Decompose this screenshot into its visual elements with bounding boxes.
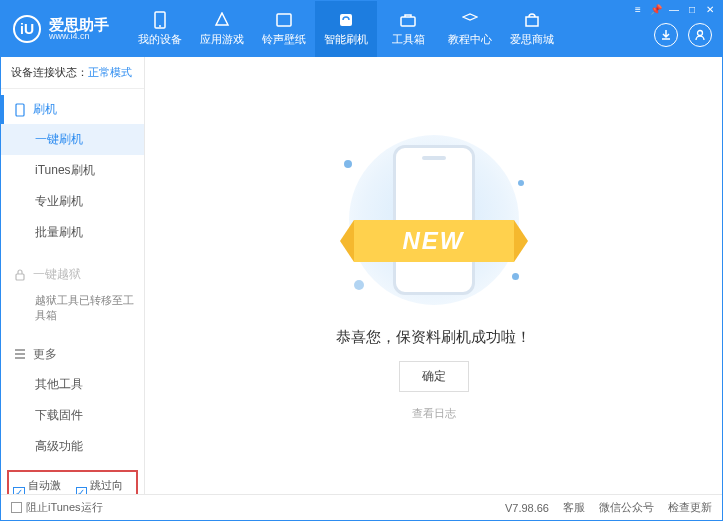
svg-rect-2 xyxy=(277,14,291,26)
main-nav: 我的设备 应用游戏 铃声壁纸 智能刷机 工具箱 教程中心 xyxy=(129,1,563,57)
nav-label: 我的设备 xyxy=(138,32,182,47)
close-icon[interactable]: ✕ xyxy=(702,3,718,15)
store-icon xyxy=(523,11,541,29)
sidebar-item-oneclick[interactable]: 一键刷机 xyxy=(1,124,144,155)
service-link[interactable]: 客服 xyxy=(563,500,585,515)
nav-tutorial[interactable]: 教程中心 xyxy=(439,1,501,57)
connection-status: 设备连接状态：正常模式 xyxy=(1,57,144,89)
menu-icon[interactable]: ≡ xyxy=(630,3,646,15)
svg-rect-3 xyxy=(340,14,352,26)
sidebar-item-download[interactable]: 下载固件 xyxy=(1,400,144,431)
phone-icon xyxy=(151,11,169,29)
nav-label: 铃声壁纸 xyxy=(262,32,306,47)
header: iU 爱思助手 www.i4.cn 我的设备 应用游戏 铃声壁纸 智能刷机 xyxy=(1,1,722,57)
sidebar-item-other[interactable]: 其他工具 xyxy=(1,369,144,400)
block-itunes-checkbox[interactable]: 阻止iTunes运行 xyxy=(11,500,103,515)
nav-apps[interactable]: 应用游戏 xyxy=(191,1,253,57)
jailbreak-note: 越狱工具已转移至工具箱 xyxy=(1,289,144,328)
section-label: 更多 xyxy=(33,346,57,363)
checkbox-icon: ✓ xyxy=(76,487,88,494)
confirm-button[interactable]: 确定 xyxy=(399,361,469,392)
app-title: 爱思助手 xyxy=(49,17,109,32)
nav-store[interactable]: 爱思商城 xyxy=(501,1,563,57)
phone-icon xyxy=(13,103,27,117)
sidebar-item-advanced[interactable]: 高级功能 xyxy=(1,431,144,462)
section-label: 一键越狱 xyxy=(33,266,81,283)
nav-my-device[interactable]: 我的设备 xyxy=(129,1,191,57)
checkbox-icon: ✓ xyxy=(13,487,25,494)
nav-label: 智能刷机 xyxy=(324,32,368,47)
tutorial-icon xyxy=(461,11,479,29)
wallpaper-icon xyxy=(275,11,293,29)
checkbox-label: 阻止iTunes运行 xyxy=(26,500,103,515)
toolbox-icon xyxy=(399,11,417,29)
sidebar-item-itunes[interactable]: iTunes刷机 xyxy=(1,155,144,186)
nav-label: 爱思商城 xyxy=(510,32,554,47)
nav-label: 工具箱 xyxy=(392,32,425,47)
options-row: ✓ 自动激活 ✓ 跳过向导 xyxy=(7,470,138,494)
pin-icon[interactable]: 📌 xyxy=(648,3,664,15)
sidebar-item-batch[interactable]: 批量刷机 xyxy=(1,217,144,248)
download-button[interactable] xyxy=(654,23,678,47)
more-icon xyxy=(13,347,27,361)
flash-icon xyxy=(337,11,355,29)
section-flash[interactable]: 刷机 xyxy=(1,95,144,124)
maximize-icon[interactable]: □ xyxy=(684,3,700,15)
wechat-link[interactable]: 微信公众号 xyxy=(599,500,654,515)
checkbox-label: 跳过向导 xyxy=(90,478,132,494)
svg-point-6 xyxy=(698,31,703,36)
nav-flash[interactable]: 智能刷机 xyxy=(315,1,377,57)
lock-icon xyxy=(13,268,27,282)
skip-guide-checkbox[interactable]: ✓ 跳过向导 xyxy=(76,478,133,494)
section-jailbreak[interactable]: 一键越狱 xyxy=(1,260,144,289)
footer: 阻止iTunes运行 V7.98.66 客服 微信公众号 检查更新 xyxy=(1,494,722,520)
app-url: www.i4.cn xyxy=(49,32,109,41)
nav-label: 应用游戏 xyxy=(200,32,244,47)
auto-activate-checkbox[interactable]: ✓ 自动激活 xyxy=(13,478,70,494)
svg-rect-5 xyxy=(526,17,538,26)
view-log-link[interactable]: 查看日志 xyxy=(412,406,456,421)
section-more[interactable]: 更多 xyxy=(1,340,144,369)
svg-rect-7 xyxy=(16,104,24,116)
checkbox-icon xyxy=(11,502,22,513)
nav-label: 教程中心 xyxy=(448,32,492,47)
user-button[interactable] xyxy=(688,23,712,47)
main-content: NEW 恭喜您，保资料刷机成功啦！ 确定 查看日志 xyxy=(145,57,722,494)
minimize-icon[interactable]: — xyxy=(666,3,682,15)
svg-rect-8 xyxy=(16,274,24,280)
nav-toolbox[interactable]: 工具箱 xyxy=(377,1,439,57)
svg-rect-4 xyxy=(401,17,415,26)
svg-point-1 xyxy=(159,25,161,27)
success-illustration: NEW xyxy=(324,130,544,310)
version-label: V7.98.66 xyxy=(505,502,549,514)
nav-ringtone[interactable]: 铃声壁纸 xyxy=(253,1,315,57)
checkbox-label: 自动激活 xyxy=(28,478,70,494)
success-message: 恭喜您，保资料刷机成功啦！ xyxy=(336,328,531,347)
section-label: 刷机 xyxy=(33,101,57,118)
logo-icon: iU xyxy=(13,15,41,43)
new-banner: NEW xyxy=(354,220,514,262)
sidebar: 设备连接状态：正常模式 刷机 一键刷机 iTunes刷机 专业刷机 批量刷机 一… xyxy=(1,57,145,494)
update-link[interactable]: 检查更新 xyxy=(668,500,712,515)
logo: iU 爱思助手 www.i4.cn xyxy=(1,15,121,43)
sidebar-item-pro[interactable]: 专业刷机 xyxy=(1,186,144,217)
apps-icon xyxy=(213,11,231,29)
